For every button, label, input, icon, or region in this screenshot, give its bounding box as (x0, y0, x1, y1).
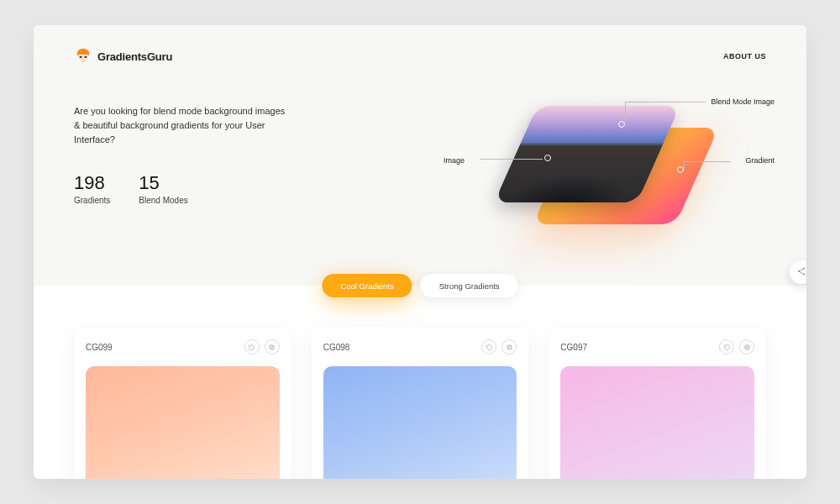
card-id: CG098 (323, 343, 350, 352)
leader-line-icon (684, 161, 731, 162)
rotate-icon (248, 339, 255, 354)
svg-rect-10 (744, 345, 748, 349)
leader-line-icon (684, 161, 685, 170)
svg-point-2 (803, 267, 805, 269)
leader-line-icon (625, 102, 706, 102)
gradient-swatch (560, 366, 754, 479)
rotate-icon (723, 339, 731, 354)
svg-rect-5 (270, 346, 274, 349)
illus-label-blend: Blend Mode Image (711, 97, 774, 106)
svg-rect-0 (80, 56, 82, 58)
about-link[interactable]: ABOUT US (723, 52, 766, 60)
card-actions (719, 339, 754, 354)
stat-value: 198 (74, 172, 110, 194)
category-tabs: Cool Gradients Strong Gradients (322, 274, 517, 297)
svg-point-3 (798, 270, 800, 272)
hero-illustration: Image Blend Mode Image Gradient (454, 104, 756, 272)
marker-dot-icon (618, 121, 625, 128)
stat-value: 15 (139, 172, 187, 194)
gradient-swatch (86, 366, 280, 479)
guru-face-icon (74, 47, 92, 66)
rotate-button[interactable] (719, 339, 734, 354)
svg-rect-7 (508, 346, 512, 349)
copy-button[interactable] (739, 339, 754, 354)
leader-line-icon (480, 159, 543, 160)
copy-button[interactable] (501, 339, 517, 354)
top-nav: GradientsGuru ABOUT US (74, 47, 766, 66)
marker-dot-icon (677, 166, 684, 173)
stat-blendmodes: 15 Blend Modes (139, 172, 187, 205)
share-button[interactable] (790, 260, 806, 284)
svg-rect-8 (507, 345, 511, 349)
gradient-swatch (323, 366, 517, 479)
hero-section: GradientsGuru ABOUT US Are you looking f… (34, 25, 806, 286)
stat-label: Blend Modes (139, 196, 187, 205)
copy-icon (268, 339, 276, 354)
brand-name: GradientsGuru (97, 50, 172, 63)
tab-cool-gradients[interactable]: Cool Gradients (322, 274, 412, 297)
card-header: CG098 (323, 339, 517, 354)
brand-logo[interactable]: GradientsGuru (74, 47, 172, 66)
copy-icon (506, 339, 513, 354)
illus-label-gradient: Gradient (745, 156, 774, 165)
leader-line-icon (625, 102, 626, 123)
card-header: CG099 (86, 339, 280, 354)
rotate-button[interactable] (481, 339, 496, 354)
page-root: GradientsGuru ABOUT US Are you looking f… (34, 25, 806, 479)
gradient-card[interactable]: CG099 (74, 328, 291, 479)
card-actions (481, 339, 517, 354)
card-header: CG097 (560, 339, 754, 354)
svg-rect-1 (84, 56, 87, 58)
stat-label: Gradients (74, 196, 110, 205)
card-id: CG099 (86, 343, 113, 352)
svg-rect-6 (270, 345, 273, 349)
gradient-grid: CG099 CG098 CG097 (34, 328, 806, 479)
hero-tagline: Are you looking for blend mode backgroun… (74, 104, 292, 147)
copy-button[interactable] (265, 339, 280, 354)
svg-point-4 (803, 273, 805, 275)
rotate-icon (486, 339, 493, 354)
card-id: CG097 (560, 343, 587, 352)
rotate-button[interactable] (244, 339, 260, 354)
gradient-card[interactable]: CG097 (549, 328, 766, 479)
gradient-card[interactable]: CG098 (312, 328, 529, 479)
copy-icon (743, 339, 751, 354)
card-actions (244, 339, 280, 354)
marker-dot-icon (544, 155, 551, 161)
tab-strong-gradients[interactable]: Strong Gradients (421, 274, 518, 297)
illus-label-image: Image (444, 156, 465, 165)
share-icon (796, 265, 806, 280)
svg-rect-9 (746, 346, 749, 349)
stat-gradients: 198 Gradients (74, 172, 110, 205)
